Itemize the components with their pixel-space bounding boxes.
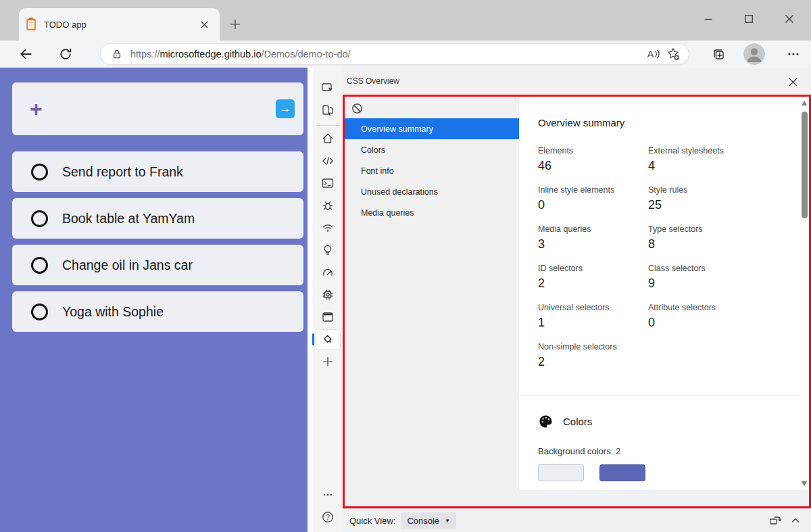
panel-scrollbar[interactable]: [800, 98, 809, 489]
issues-lightbulb-icon[interactable]: [316, 241, 340, 260]
summary-stats: Elements46 External stylesheets4 Inline …: [538, 146, 809, 381]
inspect-icon[interactable]: [316, 78, 340, 97]
task-label: Change oil in Jans car: [62, 258, 193, 273]
task-row[interactable]: Yoga with Sophie: [12, 291, 303, 332]
task-checkbox[interactable]: [31, 164, 48, 180]
maximize-icon[interactable]: [729, 5, 769, 32]
elements-icon[interactable]: [316, 151, 340, 170]
task-label: Book table at YamYam: [62, 211, 195, 226]
task-row[interactable]: Change oil in Jans car: [12, 245, 303, 285]
activity-bar-footer: ?: [316, 482, 340, 527]
task-row[interactable]: Send report to Frank: [12, 151, 303, 192]
profile-avatar[interactable]: [743, 43, 765, 65]
panel-close-icon[interactable]: [784, 73, 802, 91]
url-scheme: https://: [130, 49, 160, 59]
scroll-up-arrow-icon[interactable]: [802, 101, 807, 105]
new-tab-icon[interactable]: [226, 15, 245, 34]
devtools-panel: CSS Overview Overview summary Colors Fon…: [343, 68, 811, 532]
console-icon[interactable]: [316, 174, 340, 193]
url-bar[interactable]: https://microsoftedge.github.io/Demos/de…: [100, 43, 689, 65]
browser-window: TODO app: [0, 0, 811, 532]
url-text[interactable]: https://microsoftedge.github.io/Demos/de…: [130, 49, 643, 59]
colors-section-title: Colors: [563, 416, 592, 427]
device-emulation-icon[interactable]: [316, 101, 340, 120]
palette-icon: [538, 414, 554, 429]
back-icon[interactable]: [14, 42, 38, 66]
css-overview-content: Overview summary Elements46 External sty…: [519, 97, 809, 506]
task-checkbox[interactable]: [31, 304, 48, 320]
more-tools-icon[interactable]: [316, 485, 340, 504]
browser-tab[interactable]: TODO app: [19, 8, 220, 41]
sidebar-item-unused-declarations[interactable]: Unused declarations: [345, 181, 519, 202]
debugger-bug-icon[interactable]: [316, 196, 340, 215]
add-favorite-star-icon[interactable]: [663, 44, 683, 64]
minimize-icon[interactable]: [688, 5, 729, 32]
stat-universal-selectors: Universal selectors1: [538, 303, 648, 330]
window-close-icon[interactable]: [769, 5, 810, 32]
collapse-chevron-icon[interactable]: [785, 512, 806, 529]
lock-icon[interactable]: [110, 47, 124, 61]
tab-title: TODO app: [44, 20, 195, 30]
quick-view-bar: Quick View: Console ▼: [343, 508, 811, 532]
page-scrollbar: [308, 68, 313, 532]
panel-title: CSS Overview: [347, 76, 399, 86]
sidebar-item-overview-summary[interactable]: Overview summary: [345, 118, 519, 139]
task-checkbox[interactable]: [31, 257, 48, 274]
tab-close-icon[interactable]: [195, 16, 213, 33]
summary-title: Overview summary: [538, 117, 809, 128]
task-checkbox[interactable]: [31, 210, 48, 227]
add-task-plus-icon: +: [30, 97, 43, 122]
todo-app: + → Send report to Frank Book table at Y…: [0, 68, 308, 532]
refresh-icon[interactable]: [53, 42, 78, 66]
color-swatch-purple[interactable]: [599, 464, 645, 481]
network-icon[interactable]: [316, 218, 340, 237]
stat-external-stylesheets: External stylesheets4: [648, 146, 763, 173]
home-icon[interactable]: [316, 129, 340, 148]
quick-view-label: Quick View:: [349, 516, 395, 526]
scrollbar-thumb[interactable]: [802, 112, 808, 218]
scroll-down-arrow-icon[interactable]: [802, 481, 807, 486]
devtools-activity-bar: ?: [313, 68, 343, 532]
section-divider: [519, 395, 800, 395]
content-bottom-strip: [519, 490, 809, 506]
sidebar-item-media-queries[interactable]: Media queries: [345, 202, 519, 223]
css-overview-header: CSS Overview: [343, 68, 811, 95]
color-swatch-light[interactable]: [538, 464, 584, 481]
css-overview-icon[interactable]: [316, 330, 340, 349]
colors-section-header: Colors: [538, 414, 809, 429]
read-aloud-icon[interactable]: A: [643, 44, 663, 64]
task-label: Yoga with Sophie: [62, 304, 164, 320]
help-icon[interactable]: ?: [316, 508, 340, 527]
memory-chip-icon[interactable]: [316, 285, 340, 304]
clear-overview-icon[interactable]: [348, 99, 366, 117]
performance-gauge-icon[interactable]: [316, 263, 340, 282]
navigation-bar: https://microsoftedge.github.io/Demos/de…: [0, 41, 811, 68]
main-content: + → Send report to Frank Book table at Y…: [0, 68, 811, 532]
open-panel-icon[interactable]: [765, 512, 785, 529]
submit-arrow-icon: →: [280, 102, 291, 116]
add-tools-icon[interactable]: [316, 352, 340, 371]
sidebar-item-font-info[interactable]: Font info: [345, 160, 519, 181]
svg-text:?: ?: [326, 514, 330, 521]
settings-more-icon[interactable]: [781, 42, 806, 66]
window-controls: [688, 5, 810, 32]
css-overview-highlighted-region: Overview summary Colors Font info Unused…: [343, 95, 811, 508]
quick-view-dropdown[interactable]: Console ▼: [401, 512, 456, 529]
task-label: Send report to Frank: [62, 164, 183, 180]
new-task-input[interactable]: + →: [12, 82, 303, 135]
submit-task-button[interactable]: →: [276, 99, 295, 118]
stat-non-simple-selectors: Non-simple selectors2: [538, 342, 648, 369]
css-overview-nav: Overview summary Colors Font info Unused…: [345, 118, 519, 223]
stat-type-selectors: Type selectors8: [648, 224, 763, 251]
stat-elements: Elements46: [538, 146, 648, 173]
sidebar-item-colors[interactable]: Colors: [345, 139, 519, 160]
stat-id-selectors: ID selectors2: [538, 264, 648, 291]
url-domain: microsoftedge.github.io: [160, 49, 262, 59]
collections-icon[interactable]: [706, 42, 731, 66]
css-overview-sidebar: Overview summary Colors Font info Unused…: [345, 97, 519, 506]
background-colors-label: Background colors: 2: [538, 446, 809, 456]
stat-media-queries: Media queries3: [538, 224, 648, 251]
application-icon[interactable]: [316, 308, 340, 327]
stat-class-selectors: Class selectors9: [648, 264, 763, 291]
task-row[interactable]: Book table at YamYam: [12, 198, 303, 239]
